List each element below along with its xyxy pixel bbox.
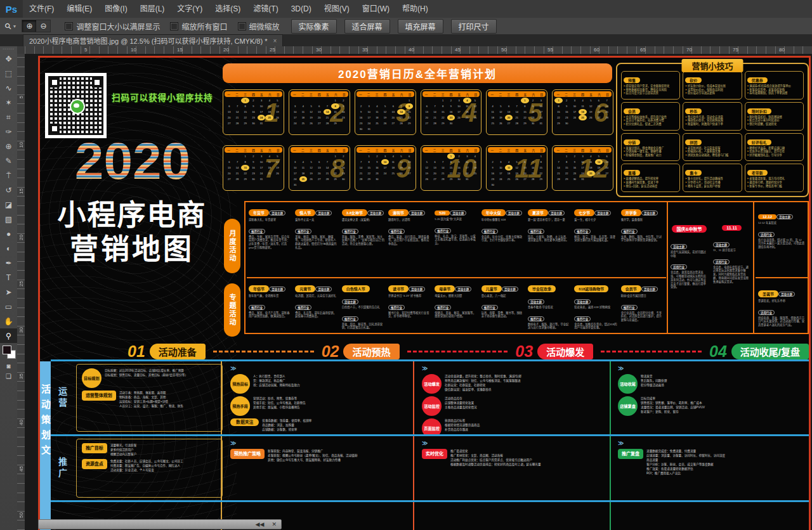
tool-path-selection[interactable]: ➤ [0, 285, 17, 299]
calendar-day: 31 [291, 182, 299, 188]
flow-cell: ≫活动收尾物流发货售后服务，问题处理积分等级活动返场店铺复盘目标完成率销售情况：… [613, 361, 809, 434]
options-button[interactable]: 适合屏幕 [344, 19, 390, 34]
flow-item: 根据数据及时调整活动页面排品：转化好的商品及时上调，延长曝光量 [450, 463, 540, 467]
close-icon[interactable]: × [273, 37, 277, 44]
options-button[interactable]: 打印尺寸 [451, 19, 497, 34]
tool-spot-healing-brush[interactable]: ⊕ [0, 139, 17, 153]
active-tool-indicator[interactable]: ⚲ ▼ [0, 22, 22, 31]
calendar-weekday-row: 一二三四五六日 [225, 91, 282, 97]
weekday-label: 六 [532, 148, 535, 152]
options-button[interactable]: 实际像素 [291, 19, 337, 34]
tool-dodge[interactable]: ◐ [0, 241, 17, 255]
zoom-in-button[interactable]: ⊕ [22, 20, 36, 32]
calendar-day: 14 [233, 109, 242, 115]
phase-number: 02 [322, 344, 339, 359]
menu-item[interactable]: 文字(Y) [171, 0, 209, 18]
calendar-day: 10 [365, 109, 373, 115]
industry-label: 推荐行业 [249, 229, 265, 234]
tool-pen[interactable]: ✒ [0, 255, 17, 270]
empty-day [505, 98, 513, 103]
tool-gradient[interactable]: ▧ [0, 212, 17, 226]
weekday-label: 五 [458, 93, 461, 96]
tool-zoom[interactable]: ⚲ [0, 328, 17, 343]
option-checkbox[interactable]: 调整窗口大小以满屏显示 [65, 21, 160, 32]
flow-item: 活动商品库存 [445, 397, 477, 401]
rewind-icon[interactable]: ◀◀ [256, 522, 265, 527]
calendar-day: 15 [563, 165, 571, 171]
quick-mask-icon[interactable]: ◙ [0, 361, 17, 371]
calendar-days: 1234567891011121314151617181920212223242… [289, 153, 350, 188]
tool-blur[interactable]: ● [0, 226, 17, 241]
calendar-day: 13 [405, 159, 414, 165]
flow-item: 目标完成率 [641, 397, 705, 401]
calendar-day: 10 [497, 165, 505, 171]
tool-rectangular-marquee[interactable]: ⬚ [0, 66, 17, 81]
flow-item: 人员分工：运营、设计、客服、推广、物流、财务 [119, 404, 183, 408]
flow-cell: ≫实时优化推广渠道优化推广素材优化：文案、商品图、活动海报活动推广利益点优化：结… [417, 436, 613, 500]
phase-dash-connector [213, 351, 314, 352]
theme-label: 活动主题 [455, 287, 471, 292]
tool-clone-stamp[interactable]: ⍑ [0, 168, 17, 183]
flow-items: 物流发货售后服务，问题处理积分等级活动返场 [641, 374, 667, 387]
panel-grip[interactable]: •••••• [0, 46, 17, 51]
option-checkbox[interactable]: 细微缩放 [238, 21, 280, 32]
calendar-day: 29 [241, 176, 249, 182]
calendar-month: 一二三四五六日212345678910111213141516171819202… [289, 89, 350, 135]
tool-rectangle[interactable]: ▭ [0, 299, 17, 314]
tool-hand[interactable]: ✋ [0, 314, 17, 328]
screen-mode-icon[interactable]: ❏ [0, 371, 17, 381]
menu-item[interactable]: 滤镜(T) [247, 0, 284, 18]
menu-item[interactable]: 窗口(W) [356, 0, 396, 18]
calendar-day: 9 [563, 103, 571, 109]
calendar-day: 12 [307, 165, 315, 171]
calendar-day: 21 [324, 115, 332, 120]
option-checkbox[interactable]: 缩放所有窗口 [170, 21, 227, 32]
options-button[interactable]: 填充屏幕 [398, 19, 443, 34]
calendar-day: 19 [423, 171, 431, 176]
calendar-day: 19 [307, 171, 315, 176]
empty-day [389, 98, 397, 103]
foreground-color-swatch[interactable] [3, 346, 11, 354]
calendar-day: 21 [513, 115, 521, 120]
tool-type[interactable]: T [0, 270, 17, 285]
menu-item[interactable]: 图层(L) [134, 0, 171, 18]
menu-item[interactable]: 图像(I) [98, 0, 133, 18]
color-swatches[interactable] [0, 344, 17, 361]
close-icon[interactable]: ✕ [272, 522, 277, 527]
canvas-area[interactable]: 扫码可以获得小程序扶持 2020 小程序电商 营销地图 2020营销日历&全年营… [25, 54, 812, 530]
calendar-day: 10 [291, 109, 299, 115]
tool-lasso[interactable]: ∿ [0, 81, 17, 95]
industry-label: 推荐行业 [295, 305, 311, 310]
tool-move[interactable]: ✥ [0, 51, 17, 66]
theme-text: 惠开学，装备焕新 [621, 218, 664, 222]
menu-item[interactable]: 3D(D) [285, 0, 318, 18]
calendar-days: 1234567891011121314151617181920212223242… [553, 153, 613, 182]
calendar-weekday-row: 一二三四五六日 [554, 147, 612, 153]
menu-item[interactable]: 视图(V) [318, 0, 356, 18]
checkbox-icon[interactable] [238, 22, 246, 30]
tool-magic-wand[interactable]: ✶ [0, 95, 17, 110]
checkbox-icon[interactable] [170, 22, 178, 30]
flow-item: 活动推广利益点优化：结合客户的需求点、优化吸引点触达用户 [450, 458, 540, 462]
calendar-day: 1 [439, 98, 447, 103]
tool-crop[interactable]: ⌗ [0, 110, 17, 124]
tool-brush[interactable]: ✎ [0, 153, 17, 168]
checkbox-icon[interactable] [65, 22, 73, 30]
tool-history-brush[interactable]: ↺ [0, 183, 17, 197]
calendar-day: 17 [455, 109, 463, 115]
zoom-out-button[interactable]: ⊖ [36, 20, 50, 32]
tool-eraser[interactable]: ◪ [0, 197, 17, 212]
menu-item[interactable]: 帮助(H) [396, 0, 435, 18]
calendar-day: 3 [291, 159, 299, 165]
menu-item[interactable]: 文件(F) [23, 0, 60, 18]
tool-eyedropper[interactable]: ✑ [0, 124, 17, 139]
calendar-day: 23 [488, 176, 497, 182]
menu-item[interactable]: 编辑(E) [60, 0, 98, 18]
calendar-day: 29 [439, 120, 447, 126]
document-tab[interactable]: 2020小程序电商营销地图.jpg @ 12.5% (扫码可以获得小程序扶持, … [23, 34, 283, 46]
calendar-day: 5 [513, 159, 521, 165]
tip-line: 砍价成功引导进店复购 [685, 91, 739, 95]
calendar-day: 3 [455, 98, 463, 103]
menu-item[interactable]: 选择(S) [209, 0, 247, 18]
flow-item: 目标拆解：对比2019年活动目标、店铺同比增长率、推广预算 [105, 369, 188, 373]
